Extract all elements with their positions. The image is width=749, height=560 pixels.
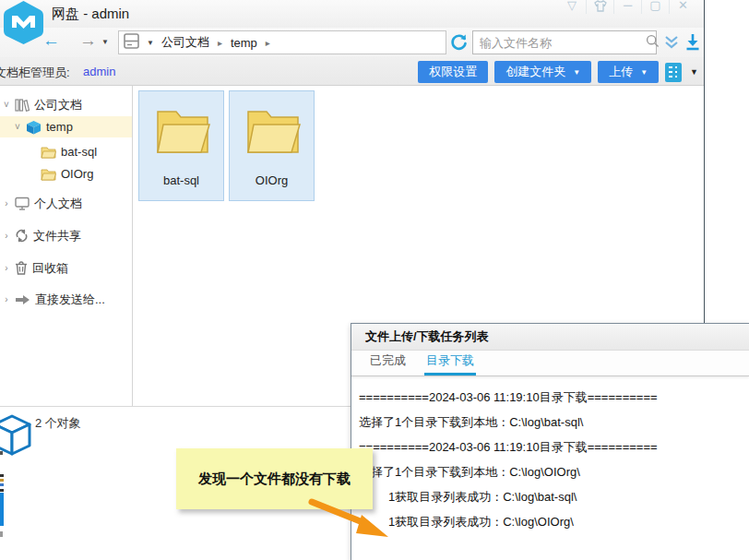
- log-line: ==========2024-03-06 11:19:10目录下载=======…: [359, 385, 745, 410]
- log-line: 选择了1个目录下载到本地：C:\log\OIOrg\: [359, 459, 745, 484]
- folder-tile-oiorg[interactable]: OIOrg: [229, 90, 315, 201]
- download-icon[interactable]: [684, 33, 701, 55]
- cube-icon: [26, 120, 42, 135]
- sidebar-item-label: 直接发送给...: [35, 292, 105, 308]
- folder-icon: [41, 146, 56, 159]
- clipped-fragment: [0, 493, 4, 526]
- search-input[interactable]: [473, 36, 646, 50]
- app-logo-icon: [2, 0, 45, 45]
- sidebar-item-company-docs[interactable]: ˅ 公司文档: [0, 94, 132, 115]
- sidebar-item-label: 回收箱: [32, 260, 68, 277]
- chevron-right-icon[interactable]: ›: [2, 263, 11, 273]
- screenshot-canvas: 网盘 - admin ▽ ─ ▢ ✕ ← → ▼: [0, 0, 749, 560]
- clipped-fragment: [0, 451, 3, 455]
- sidebar-item-oiorg[interactable]: OIOrg: [0, 163, 132, 185]
- tab-directory-download[interactable]: 目录下载: [424, 352, 476, 375]
- permission-settings-button[interactable]: 权限设置: [418, 61, 488, 83]
- breadcrumb-separator-icon[interactable]: ▸: [218, 38, 222, 48]
- library-icon: [15, 98, 30, 112]
- sidebar-item-recycle-bin[interactable]: › 回收箱: [0, 257, 132, 279]
- view-mode-icon[interactable]: [665, 63, 682, 82]
- breadcrumb-item-company-docs[interactable]: 公司文档: [161, 34, 209, 51]
- forward-history-caret-icon[interactable]: ▼: [101, 38, 109, 46]
- skin-icon[interactable]: [586, 0, 613, 14]
- clipped-fragment: [0, 531, 3, 537]
- maximize-icon[interactable]: ▢: [641, 0, 669, 14]
- refresh-icon[interactable]: [449, 32, 469, 55]
- upload-button[interactable]: 上传▼: [598, 61, 659, 83]
- admin-user-link[interactable]: admin: [83, 65, 115, 78]
- breadcrumb[interactable]: ▼ 公司文档 ▸ temp ▸: [118, 30, 446, 54]
- expand-tasks-chevrons-icon[interactable]: [663, 35, 680, 54]
- sidebar-item-file-share[interactable]: › 文件共享: [0, 225, 132, 246]
- chevron-right-icon[interactable]: ›: [2, 198, 11, 209]
- clipped-fragment: [0, 483, 4, 486]
- create-folder-button[interactable]: 创建文件夹▼: [494, 61, 591, 83]
- sidebar-item-label: bat-sql: [61, 145, 97, 159]
- folder-icon: [244, 106, 302, 158]
- search-icon[interactable]: [646, 34, 660, 52]
- log-line: 1获取目录列表成功：C:\log\OIOrg\: [359, 509, 745, 534]
- object-count-label: 2 个对象: [35, 415, 81, 432]
- folder-tile-label: bat-sql: [139, 173, 223, 187]
- sidebar-item-label: temp: [46, 120, 73, 134]
- sidebar-item-label: 文件共享: [33, 228, 81, 244]
- annotation-note: 发现一个文件都没有下载: [176, 448, 373, 509]
- sidebar-item-bat-sql[interactable]: bat-sql: [0, 141, 132, 162]
- title-bar[interactable]: 网盘 - admin ▽ ─ ▢ ✕: [0, 0, 704, 28]
- sidebar-item-label: 个人文档: [34, 196, 82, 212]
- close-icon[interactable]: ✕: [669, 0, 696, 14]
- view-mode-caret-icon[interactable]: ▼: [690, 67, 698, 77]
- transfer-task-dialog: 文件上传/下载任务列表 已完成 目录下载 ==========2024-03-0…: [351, 323, 749, 560]
- breadcrumb-separator-icon[interactable]: ▸: [266, 38, 270, 48]
- window-title: 网盘 - admin: [52, 6, 129, 23]
- clipped-fragment: [0, 479, 4, 482]
- clipped-fragment: [0, 474, 4, 477]
- folder-tile-bat-sql[interactable]: bat-sql: [138, 90, 224, 201]
- sidebar-item-label: OIOrg: [61, 167, 93, 181]
- monitor-icon: [15, 197, 30, 210]
- folder-tile-label: OIOrg: [230, 173, 314, 187]
- minimize-icon[interactable]: ─: [613, 0, 641, 14]
- log-line: 1获取目录列表成功：C:\log\bat-sql\: [359, 484, 745, 509]
- sidebar-item-personal-docs[interactable]: › 个人文档: [0, 193, 132, 214]
- clipped-fragment: [0, 489, 4, 492]
- chevron-down-icon[interactable]: ˅: [2, 100, 11, 110]
- create-folder-caret-icon[interactable]: ▼: [573, 68, 580, 77]
- upload-caret-icon[interactable]: ▼: [640, 68, 648, 77]
- log-line: ==========2024-03-06 11:19:10目录下载=======…: [359, 435, 745, 459]
- chevron-right-icon[interactable]: ›: [2, 294, 11, 304]
- folder-tree-sidebar: ˅ 公司文档 ˅ temp bat-sql: [0, 86, 133, 406]
- log-line: 选择了1个目录下载到本地：C:\log\bat-sql\: [359, 410, 745, 435]
- admin-bar: 文档柜管理员: admin 权限设置 创建文件夹▼ 上传▼ ▼: [0, 57, 704, 86]
- sidebar-item-label: 公司文档: [34, 97, 82, 113]
- forward-icon[interactable]: →: [79, 30, 97, 51]
- location-drive-icon[interactable]: [124, 33, 139, 53]
- chevron-down-icon[interactable]: ˅: [13, 122, 22, 132]
- breadcrumb-item-temp[interactable]: temp: [231, 36, 257, 50]
- sidebar-item-temp[interactable]: ˅ temp: [0, 116, 132, 137]
- dialog-title: 文件上传/下载任务列表: [365, 328, 489, 345]
- chevron-right-icon[interactable]: ›: [2, 231, 11, 241]
- dialog-title-bar[interactable]: 文件上传/下载任务列表: [351, 324, 749, 351]
- sidebar-item-send-to[interactable]: › 直接发送给...: [0, 289, 132, 310]
- annotation-text: 发现一个文件都没有下载: [198, 471, 351, 488]
- download-log: ==========2024-03-06 11:19:10目录下载=======…: [351, 376, 749, 534]
- folder-icon: [41, 168, 56, 181]
- send-arrow-icon: [15, 294, 30, 305]
- navigation-toolbar: ← → ▼ ▼ 公司文档 ▸ temp ▸: [0, 28, 704, 57]
- window-menu-icon[interactable]: ▽: [558, 0, 586, 14]
- folder-icon: [154, 106, 211, 158]
- location-caret-icon[interactable]: ▼: [147, 39, 154, 47]
- tab-completed[interactable]: 已完成: [368, 352, 408, 375]
- search-box: [472, 30, 657, 54]
- cube-icon: [0, 414, 32, 460]
- share-icon: [15, 229, 29, 243]
- cabinet-admin-label: 文档柜管理员:: [0, 65, 70, 81]
- dialog-tabs: 已完成 目录下载: [351, 351, 749, 376]
- trash-icon: [15, 261, 28, 275]
